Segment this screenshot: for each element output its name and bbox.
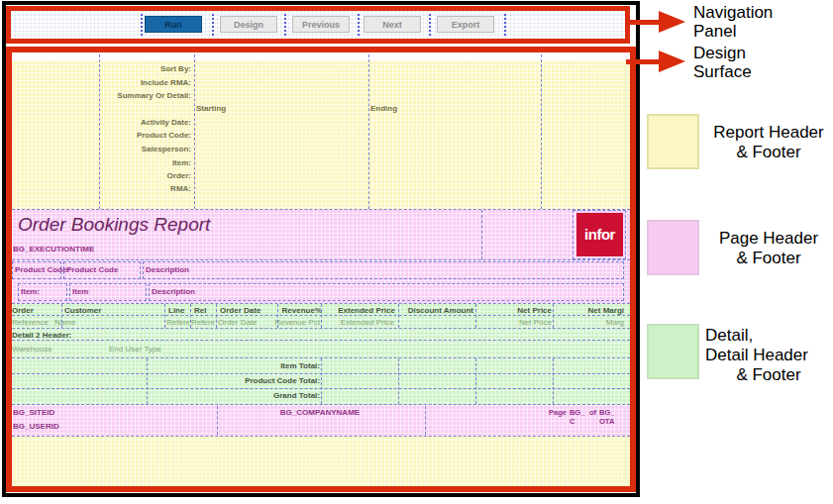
product-code-total-label: Product Code Total:: [160, 376, 320, 385]
item-total-label: Item Total:: [160, 361, 320, 370]
legend-line: & Footer: [705, 143, 832, 162]
detail-band-swatch: [647, 324, 699, 379]
report-title[interactable]: Order Bookings Report: [18, 214, 210, 236]
prompt-order: Order:: [23, 171, 191, 180]
product-code-label: Product Code:: [15, 265, 69, 274]
of-label: of: [589, 408, 596, 417]
legend-line: & Footer: [705, 249, 832, 268]
guide-line: [368, 54, 369, 209]
report-footer-band: [12, 436, 630, 486]
total-pages-field: BG_OTA: [599, 408, 616, 426]
grand-total-label: Grand Total:: [160, 391, 320, 400]
legend-line: Detail,: [705, 326, 832, 346]
prompt-product-code: Product Code:: [23, 131, 191, 140]
col-rel: Rel: [194, 306, 206, 315]
prompt-salesperson: Salesperson:: [23, 145, 191, 153]
col-discount-amount: Discount Amount: [392, 306, 473, 315]
callout-line: Navigation: [693, 3, 773, 22]
user-id-field[interactable]: BG_USERID: [13, 422, 59, 431]
design-canvas: Sort By: Include RMA: Summary Or Detail:…: [12, 52, 630, 486]
design-button[interactable]: Design: [220, 16, 277, 33]
row-divider: [12, 328, 630, 329]
callout-line: Design: [693, 44, 752, 62]
prompt-item: Item:: [23, 158, 191, 167]
guide-line: [481, 210, 482, 259]
item-description-field: Description: [152, 287, 195, 296]
legend-line: Page Header: [705, 229, 832, 249]
prompt-summary-detail: Summary Or Detail:: [23, 91, 191, 100]
legend-line: Detail Header: [705, 346, 832, 365]
col-separator: [277, 304, 278, 328]
item-description-cell[interactable]: [149, 283, 624, 301]
total-cell-separator: [321, 358, 322, 404]
starting-label: Starting: [196, 104, 226, 113]
detail-band-legend: Detail, Detail Header & Footer: [705, 326, 832, 385]
field-name[interactable]: Name: [54, 318, 75, 327]
band-divider: [12, 404, 630, 405]
field-line-ref[interactable]: Refere: [166, 318, 190, 327]
page-number-field[interactable]: Page BG_C of BG_OTA: [549, 408, 628, 426]
design-arrow-shaft: [626, 59, 662, 64]
field-revenue-pct[interactable]: Revenue Pct: [260, 318, 320, 327]
infor-logo: infor: [576, 213, 623, 256]
nav-arrow-icon: [659, 11, 685, 33]
col-revenue-pct: Revenue%: [262, 306, 322, 315]
field-warehouse[interactable]: Warehouse: [12, 345, 52, 353]
prompt-sort-by: Sort By:: [23, 64, 191, 73]
run-button[interactable]: Run: [145, 16, 202, 33]
previous-button[interactable]: Previous: [292, 16, 350, 33]
item-label: Item:: [21, 287, 40, 296]
product-description-cell[interactable]: [143, 261, 624, 279]
col-separator: [398, 304, 399, 328]
navigation-panel-callout: Navigation Panel: [693, 3, 773, 41]
prompt-rma: RMA:: [23, 184, 191, 193]
nav-separator: [504, 14, 506, 36]
report-band-swatch: [647, 114, 699, 169]
band-divider: [12, 436, 630, 437]
execution-time-field[interactable]: BG_EXECUTIONTIME: [13, 245, 94, 253]
product-code-field: Product Code: [66, 265, 118, 274]
col-separator: [190, 304, 191, 328]
export-button[interactable]: Export: [437, 16, 494, 33]
col-order-date: Order Date: [220, 306, 260, 315]
col-net-price: Net Price: [480, 306, 552, 315]
product-description-field: Description: [146, 265, 189, 274]
col-order: Order: [12, 306, 34, 315]
field-rel-ref[interactable]: Refere: [191, 318, 215, 327]
nav-separator: [141, 14, 143, 36]
footer-separator: [217, 406, 218, 435]
next-button[interactable]: Next: [364, 16, 421, 33]
field-order-date[interactable]: Order Date: [218, 318, 258, 327]
nav-separator: [212, 14, 214, 36]
total-cell-separator: [475, 358, 476, 404]
prompt-activity-date: Activity Date:: [23, 118, 191, 127]
band-divider: [12, 259, 630, 260]
col-customer: Customer: [64, 306, 101, 315]
logo-cell[interactable]: infor: [573, 210, 626, 259]
page-band-legend: Page Header & Footer: [705, 229, 832, 268]
band-divider: [12, 209, 630, 210]
total-cell-separator: [553, 358, 554, 404]
company-name-field[interactable]: BG_COMPANYNAME: [221, 408, 419, 417]
field-net-margin[interactable]: Marg: [555, 318, 624, 327]
detail2-header-label: Detail 2 Header:: [12, 331, 71, 340]
legend-line: & Footer: [705, 365, 832, 385]
col-separator: [216, 304, 217, 328]
col-separator: [61, 304, 62, 328]
callout-line: Surface: [693, 62, 752, 81]
field-reference[interactable]: Reference: [12, 318, 47, 327]
legend-line: Report Header: [705, 123, 832, 143]
site-id-field[interactable]: BG_SITEID: [13, 408, 54, 417]
ending-label: Ending: [370, 104, 397, 113]
field-end-user-type[interactable]: End User Type: [109, 345, 161, 353]
navigation-panel: Run Design Previous Next Export: [6, 6, 630, 44]
field-net-price[interactable]: Net Price: [480, 318, 552, 327]
total-cell-separator: [398, 358, 399, 404]
col-separator: [164, 304, 165, 328]
item-field: Item: [72, 287, 88, 296]
field-extended-price[interactable]: Extended Price: [323, 318, 394, 327]
nav-separator: [284, 14, 286, 36]
design-arrow-icon: [659, 50, 685, 72]
col-line: Line: [168, 306, 184, 315]
guide-line: [194, 54, 195, 209]
